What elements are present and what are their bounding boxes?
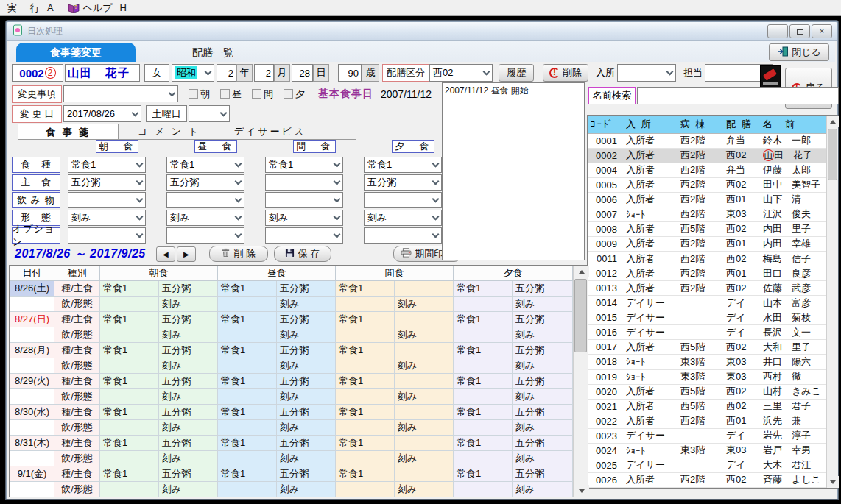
roster-scroll-thumb[interactable] [828,129,837,180]
meal-select-1-3[interactable]: 五分粥 [364,174,442,191]
roster-row[interactable]: 0024ｼｮｰﾄ東3階東03岩戸 幸男 [588,443,826,458]
roster-row[interactable]: 0013入所者西2階西02佐藤 武彦 [588,281,826,296]
schedule-row-form[interactable]: 飲/形態刻み刻み刻み刻み [10,419,573,435]
meal-select-3-0[interactable]: 刻み [68,210,146,226]
menu-item-exec[interactable]: 実 [7,1,17,15]
admission-dropdown[interactable] [617,64,676,82]
schedule-scroll-thumb[interactable] [574,279,587,352]
schedule-row-form[interactable]: 飲/形態刻み刻み刻み刻み [10,388,573,404]
history-button[interactable]: 履歴 [499,64,534,82]
checkbox-snack[interactable] [252,89,261,99]
roster-row[interactable]: 0007ｼｮｰﾄ西2階東03江沢 俊夫 [588,207,826,221]
window-titlebar[interactable]: 日次処理 — × [7,22,837,41]
subtab-meal-slip[interactable]: 食 事 箋 [18,124,119,139]
eraser-button[interactable] [760,65,781,88]
checkbox-evening[interactable] [284,89,293,99]
roster-row[interactable]: 0015デイサーデイ水田 菊枝 [588,310,826,325]
scroll-up-arrow[interactable] [827,116,839,127]
checkbox-morning[interactable] [189,89,198,99]
roster-row[interactable]: 0018ｼｮｰﾄ東3階東03井口 陽六 [588,355,826,369]
meal-select-3-1[interactable]: 刻み [166,210,244,226]
birth-year-field[interactable]: 2 [217,64,236,82]
roster-row[interactable]: 0012入所者西2階西01田口 良彦 [588,266,826,281]
schedule-row-main[interactable]: 8/28(月)種/主食常食1五分粥常食1五分粥常食1常食1五分粥 [10,342,573,358]
schedule-row-form[interactable]: 飲/形態刻み刻み刻み刻み [10,296,573,311]
next-period-button[interactable]: ▶ [177,246,196,262]
schedule-row-main[interactable]: 8/29(火)種/主食常食1五分粥常食1五分粥常食1常食1五分粥 [10,373,573,388]
roster-row[interactable]: 0017入所者西5階西02大和 里子 [588,340,826,355]
meal-history-note[interactable]: 2007/11/12 昼食 開始 [442,82,585,260]
roster-row[interactable]: 0025デイサーデイ大木 君江 [588,458,826,472]
schedule-scrollbar[interactable] [573,266,588,497]
patient-name-field[interactable]: 山田 花子 [65,64,140,82]
schedule-row-main[interactable]: 8/27(日)種/主食常食1五分粥常食1五分粥常食1常食1五分粥 [10,311,573,327]
prev-period-button[interactable]: ◀ [156,246,175,262]
subtab-comment[interactable]: コ メ ン ト [119,124,219,139]
schedule-row-form[interactable]: 飲/形態刻み刻み刻み刻み [10,481,573,497]
meal-select-1-1[interactable]: 五分粥 [166,174,244,191]
gender-field[interactable]: 女 [144,64,169,82]
era-dropdown[interactable]: 昭和 [172,64,214,82]
schedule-row-main[interactable]: 9/1(金)種/主食常食1五分粥常食1五分粥常食1常食1五分粥 [10,466,573,481]
meal-select-0-3[interactable]: 常食1 [364,157,442,173]
roster-row[interactable]: 0004入所者西2階弁当伊藤 太郎 [588,163,826,177]
weekday-dropdown[interactable] [189,105,230,122]
roster-scrollbar[interactable] [826,116,838,488]
change-date-dropdown[interactable]: 2017/08/26 [63,105,141,122]
roster-row[interactable]: 0008入所者西5階西02内田 里子 [588,221,826,236]
roster-row[interactable]: 0021入所者西5階西02三里 君子 [588,399,826,414]
name-search-input[interactable] [637,87,839,104]
meal-select-2-2[interactable] [265,192,343,208]
menu-item-exec-2[interactable]: 行 [30,1,40,15]
meal-select-0-1[interactable]: 常食1 [166,157,244,173]
meal-select-2-0[interactable] [68,192,146,208]
meal-select-2-1[interactable] [166,192,244,208]
birth-month-field[interactable]: 2 [254,64,274,82]
patient-code-field[interactable]: 00022 [12,64,63,82]
subtab-dayservice[interactable]: デイサービス [219,124,320,139]
meal-select-3-3[interactable]: 刻み [364,210,442,226]
serving-category-dropdown[interactable]: 西02 [429,64,493,82]
schedule-row-form[interactable]: 飲/形態刻み刻み刻み刻み [10,358,573,373]
roster-row[interactable]: 0011入所者西2階西02梅島 信子 [588,252,826,266]
delete-slip-button[interactable]: 削除 [543,64,588,82]
schedule-row-form[interactable]: 飲/形態刻み刻み刻み刻み [10,450,573,466]
meal-select-0-0[interactable]: 常食1 [68,157,146,173]
meal-select-4-0[interactable] [68,227,146,244]
meal-select-4-3[interactable] [364,227,442,244]
meal-select-1-0[interactable]: 五分粥 [68,174,146,191]
schedule-row-main[interactable]: 8/31(木)種/主食常食1五分粥常食1五分粥常食1常食1五分粥 [10,435,573,450]
roster-row[interactable]: 0006入所者西2階西01山下 清 [588,192,826,207]
save-button[interactable]: 保 存 [274,246,331,262]
meal-select-4-1[interactable] [166,227,244,244]
tab-meal-slip-change[interactable]: 食事箋変更 [16,43,136,62]
schedule-row-main[interactable]: 8/30(水)種/主食常食1五分粥常食1五分粥常食1常食1五分粥 [10,404,573,419]
period-delete-button[interactable]: 削 除 [209,246,268,262]
scroll-down-arrow[interactable] [574,485,589,497]
close-window-button[interactable]: × [812,24,832,38]
minimize-button[interactable]: — [767,24,788,38]
checkbox-noon[interactable] [220,89,230,99]
roster-row[interactable]: 0020入所者西5階西02山村 きみこ [588,384,826,399]
roster-row[interactable]: 0023デイサーデイ岩先 淳子 [588,428,826,443]
tab-serving-list[interactable]: 配膳一覧 [153,43,272,62]
meal-select-1-2[interactable] [265,174,343,191]
meal-select-4-2[interactable] [265,227,343,244]
menu-item-help[interactable]: ヘルプ [83,1,113,15]
roster-row[interactable]: 0022入所者西2階西01浜先 兼 [588,414,826,428]
meal-select-3-2[interactable]: 刻み [265,210,343,226]
close-button[interactable]: 閉じる [769,43,829,61]
roster-row[interactable]: 0016デイサーデイ長沢 文一 [588,325,826,340]
schedule-row-main[interactable]: 8/26(土)種/主食常食1五分粥常食1五分粥常食1常食1五分粥 [10,280,573,296]
change-item-dropdown[interactable] [63,85,178,102]
roster-row[interactable]: 0014デイサーデイ山本 富彦 [588,296,826,310]
scroll-down-arrow[interactable] [827,476,839,488]
birth-day-field[interactable]: 28 [292,64,313,82]
roster-row[interactable]: 0026入所者西2階西02斉藤 よしこ [588,472,826,487]
scroll-up-arrow[interactable] [574,266,589,277]
roster-row[interactable]: 0005入所者西2階西02田中 美智子 [588,177,826,192]
restore-button[interactable] [789,24,810,38]
schedule-row-form[interactable]: 飲/形態刻み刻み刻み刻み [10,327,573,342]
roster-row[interactable]: 0001入所者西2階弁当鈴木 一郎 [588,133,826,148]
meal-select-2-3[interactable] [364,192,442,208]
